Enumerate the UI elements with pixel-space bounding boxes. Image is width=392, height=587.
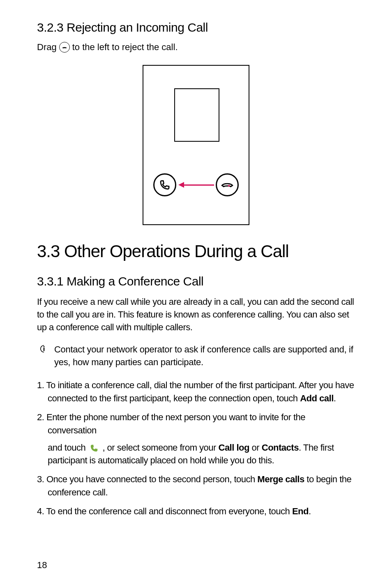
call-icon [90,444,99,453]
heading-323: 3.2.3 Rejecting an Incoming Call [37,21,355,35]
step3-prefix: 3. Once you have connected to the second… [37,474,257,484]
answer-icon [153,173,176,196]
drag-prefix: Drag [37,42,57,53]
step4-prefix: 4. To end the conference call and discon… [37,506,292,516]
step2-line1: 2. Enter the phone number of the next pe… [37,412,305,435]
note-row: Contact your network operator to ask if … [37,343,355,369]
step1-bold: Add call [300,393,334,403]
step-3: 3. Once you have connected to the second… [37,473,355,499]
phone-frame [143,65,249,225]
avatar-placeholder [174,88,219,142]
step-1: 1. To initiate a conference call, dial t… [37,379,355,405]
step4-bold: End [292,506,309,516]
conference-intro: If you receive a new call while you are … [37,296,355,334]
svg-rect-1 [44,348,45,351]
heading-331: 3.3.1 Making a Conference Call [37,274,355,288]
step4-suffix: . [309,506,311,516]
step2-or: or [249,442,262,453]
drag-arrow-icon [178,182,214,188]
drag-suffix: to the left to reject the call. [72,42,178,53]
step3-bold: Merge calls [257,474,304,484]
page-number: 18 [37,560,47,571]
call-controls-row [143,173,249,196]
drag-instruction: Drag to the left to reject the call. [37,42,355,53]
note-text: Contact your network operator to ask if … [54,343,355,369]
step2-prefix: and touch [48,442,88,453]
step1-suffix: . [334,393,336,403]
step2-mid: , or select someone from your [102,442,218,453]
svg-rect-2 [44,346,45,348]
reject-call-figure [37,65,355,225]
svg-point-0 [228,185,230,186]
step-2: 2. Enter the phone number of the next pe… [37,411,355,467]
step2-bold2: Contacts [262,442,299,453]
step-4: 4. To end the conference call and discon… [37,505,355,518]
decline-icon [216,173,239,196]
heading-33: 3.3 Other Operations During a Call [37,242,355,261]
hangup-icon [59,42,70,53]
step2-bold1: Call log [219,442,249,453]
info-icon [39,344,48,353]
